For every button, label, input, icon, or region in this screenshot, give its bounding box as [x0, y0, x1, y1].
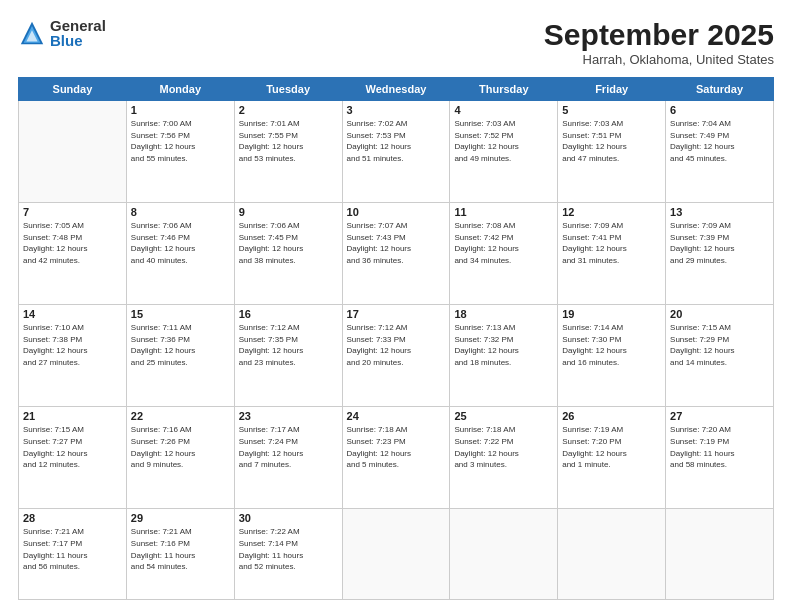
logo-icon [18, 19, 46, 47]
calendar-cell: 3Sunrise: 7:02 AM Sunset: 7:53 PM Daylig… [342, 101, 450, 203]
day-number: 15 [131, 308, 230, 320]
calendar-cell: 12Sunrise: 7:09 AM Sunset: 7:41 PM Dayli… [558, 203, 666, 305]
day-number: 26 [562, 410, 661, 422]
weekday-header-row: SundayMondayTuesdayWednesdayThursdayFrid… [19, 78, 774, 101]
day-info: Sunrise: 7:04 AM Sunset: 7:49 PM Dayligh… [670, 118, 769, 164]
calendar-cell: 24Sunrise: 7:18 AM Sunset: 7:23 PM Dayli… [342, 407, 450, 509]
day-number: 7 [23, 206, 122, 218]
weekday-header-tuesday: Tuesday [234, 78, 342, 101]
calendar-cell: 23Sunrise: 7:17 AM Sunset: 7:24 PM Dayli… [234, 407, 342, 509]
day-info: Sunrise: 7:06 AM Sunset: 7:45 PM Dayligh… [239, 220, 338, 266]
day-info: Sunrise: 7:15 AM Sunset: 7:27 PM Dayligh… [23, 424, 122, 470]
day-info: Sunrise: 7:22 AM Sunset: 7:14 PM Dayligh… [239, 526, 338, 572]
location-subtitle: Harrah, Oklahoma, United States [544, 52, 774, 67]
day-number: 19 [562, 308, 661, 320]
day-info: Sunrise: 7:00 AM Sunset: 7:56 PM Dayligh… [131, 118, 230, 164]
calendar-cell: 8Sunrise: 7:06 AM Sunset: 7:46 PM Daylig… [126, 203, 234, 305]
calendar-table: SundayMondayTuesdayWednesdayThursdayFrid… [18, 77, 774, 600]
day-info: Sunrise: 7:20 AM Sunset: 7:19 PM Dayligh… [670, 424, 769, 470]
calendar-cell: 17Sunrise: 7:12 AM Sunset: 7:33 PM Dayli… [342, 305, 450, 407]
day-info: Sunrise: 7:06 AM Sunset: 7:46 PM Dayligh… [131, 220, 230, 266]
calendar-week-4: 28Sunrise: 7:21 AM Sunset: 7:17 PM Dayli… [19, 509, 774, 600]
month-title: September 2025 [544, 18, 774, 52]
weekday-header-wednesday: Wednesday [342, 78, 450, 101]
day-number: 12 [562, 206, 661, 218]
day-number: 16 [239, 308, 338, 320]
day-info: Sunrise: 7:15 AM Sunset: 7:29 PM Dayligh… [670, 322, 769, 368]
day-number: 17 [347, 308, 446, 320]
day-number: 27 [670, 410, 769, 422]
calendar-body: 1Sunrise: 7:00 AM Sunset: 7:56 PM Daylig… [19, 101, 774, 600]
calendar-cell: 7Sunrise: 7:05 AM Sunset: 7:48 PM Daylig… [19, 203, 127, 305]
calendar-cell: 16Sunrise: 7:12 AM Sunset: 7:35 PM Dayli… [234, 305, 342, 407]
calendar-cell: 13Sunrise: 7:09 AM Sunset: 7:39 PM Dayli… [666, 203, 774, 305]
day-info: Sunrise: 7:18 AM Sunset: 7:22 PM Dayligh… [454, 424, 553, 470]
day-number: 20 [670, 308, 769, 320]
calendar-cell: 27Sunrise: 7:20 AM Sunset: 7:19 PM Dayli… [666, 407, 774, 509]
day-number: 23 [239, 410, 338, 422]
calendar-cell [558, 509, 666, 600]
day-info: Sunrise: 7:12 AM Sunset: 7:33 PM Dayligh… [347, 322, 446, 368]
calendar-cell: 4Sunrise: 7:03 AM Sunset: 7:52 PM Daylig… [450, 101, 558, 203]
day-info: Sunrise: 7:11 AM Sunset: 7:36 PM Dayligh… [131, 322, 230, 368]
day-info: Sunrise: 7:21 AM Sunset: 7:17 PM Dayligh… [23, 526, 122, 572]
calendar-cell: 30Sunrise: 7:22 AM Sunset: 7:14 PM Dayli… [234, 509, 342, 600]
calendar-cell: 26Sunrise: 7:19 AM Sunset: 7:20 PM Dayli… [558, 407, 666, 509]
calendar-week-2: 14Sunrise: 7:10 AM Sunset: 7:38 PM Dayli… [19, 305, 774, 407]
calendar-cell: 22Sunrise: 7:16 AM Sunset: 7:26 PM Dayli… [126, 407, 234, 509]
day-info: Sunrise: 7:13 AM Sunset: 7:32 PM Dayligh… [454, 322, 553, 368]
day-info: Sunrise: 7:21 AM Sunset: 7:16 PM Dayligh… [131, 526, 230, 572]
day-number: 28 [23, 512, 122, 524]
day-number: 21 [23, 410, 122, 422]
calendar-cell: 10Sunrise: 7:07 AM Sunset: 7:43 PM Dayli… [342, 203, 450, 305]
day-number: 9 [239, 206, 338, 218]
calendar-cell: 20Sunrise: 7:15 AM Sunset: 7:29 PM Dayli… [666, 305, 774, 407]
logo: General Blue [18, 18, 106, 48]
day-info: Sunrise: 7:18 AM Sunset: 7:23 PM Dayligh… [347, 424, 446, 470]
day-number: 4 [454, 104, 553, 116]
calendar-cell: 15Sunrise: 7:11 AM Sunset: 7:36 PM Dayli… [126, 305, 234, 407]
day-number: 25 [454, 410, 553, 422]
day-number: 24 [347, 410, 446, 422]
calendar-cell: 11Sunrise: 7:08 AM Sunset: 7:42 PM Dayli… [450, 203, 558, 305]
weekday-header-saturday: Saturday [666, 78, 774, 101]
calendar-cell: 19Sunrise: 7:14 AM Sunset: 7:30 PM Dayli… [558, 305, 666, 407]
title-section: September 2025 Harrah, Oklahoma, United … [544, 18, 774, 67]
calendar-cell: 6Sunrise: 7:04 AM Sunset: 7:49 PM Daylig… [666, 101, 774, 203]
calendar-cell: 9Sunrise: 7:06 AM Sunset: 7:45 PM Daylig… [234, 203, 342, 305]
weekday-header-monday: Monday [126, 78, 234, 101]
calendar-cell: 2Sunrise: 7:01 AM Sunset: 7:55 PM Daylig… [234, 101, 342, 203]
day-info: Sunrise: 7:05 AM Sunset: 7:48 PM Dayligh… [23, 220, 122, 266]
calendar-cell: 1Sunrise: 7:00 AM Sunset: 7:56 PM Daylig… [126, 101, 234, 203]
weekday-header-sunday: Sunday [19, 78, 127, 101]
calendar-cell: 25Sunrise: 7:18 AM Sunset: 7:22 PM Dayli… [450, 407, 558, 509]
day-number: 14 [23, 308, 122, 320]
calendar-week-0: 1Sunrise: 7:00 AM Sunset: 7:56 PM Daylig… [19, 101, 774, 203]
calendar-cell: 29Sunrise: 7:21 AM Sunset: 7:16 PM Dayli… [126, 509, 234, 600]
logo-text: General Blue [50, 18, 106, 48]
day-number: 10 [347, 206, 446, 218]
day-number: 5 [562, 104, 661, 116]
day-number: 18 [454, 308, 553, 320]
day-info: Sunrise: 7:17 AM Sunset: 7:24 PM Dayligh… [239, 424, 338, 470]
calendar-cell: 18Sunrise: 7:13 AM Sunset: 7:32 PM Dayli… [450, 305, 558, 407]
calendar-cell: 28Sunrise: 7:21 AM Sunset: 7:17 PM Dayli… [19, 509, 127, 600]
calendar-cell [342, 509, 450, 600]
day-info: Sunrise: 7:16 AM Sunset: 7:26 PM Dayligh… [131, 424, 230, 470]
logo-blue-text: Blue [50, 33, 106, 48]
day-info: Sunrise: 7:03 AM Sunset: 7:52 PM Dayligh… [454, 118, 553, 164]
day-number: 22 [131, 410, 230, 422]
calendar-cell [450, 509, 558, 600]
day-number: 11 [454, 206, 553, 218]
day-info: Sunrise: 7:09 AM Sunset: 7:41 PM Dayligh… [562, 220, 661, 266]
calendar-cell: 5Sunrise: 7:03 AM Sunset: 7:51 PM Daylig… [558, 101, 666, 203]
day-info: Sunrise: 7:03 AM Sunset: 7:51 PM Dayligh… [562, 118, 661, 164]
logo-general-text: General [50, 18, 106, 33]
day-info: Sunrise: 7:02 AM Sunset: 7:53 PM Dayligh… [347, 118, 446, 164]
day-info: Sunrise: 7:01 AM Sunset: 7:55 PM Dayligh… [239, 118, 338, 164]
day-number: 1 [131, 104, 230, 116]
day-number: 6 [670, 104, 769, 116]
day-info: Sunrise: 7:08 AM Sunset: 7:42 PM Dayligh… [454, 220, 553, 266]
header: General Blue September 2025 Harrah, Okla… [18, 18, 774, 67]
day-number: 29 [131, 512, 230, 524]
